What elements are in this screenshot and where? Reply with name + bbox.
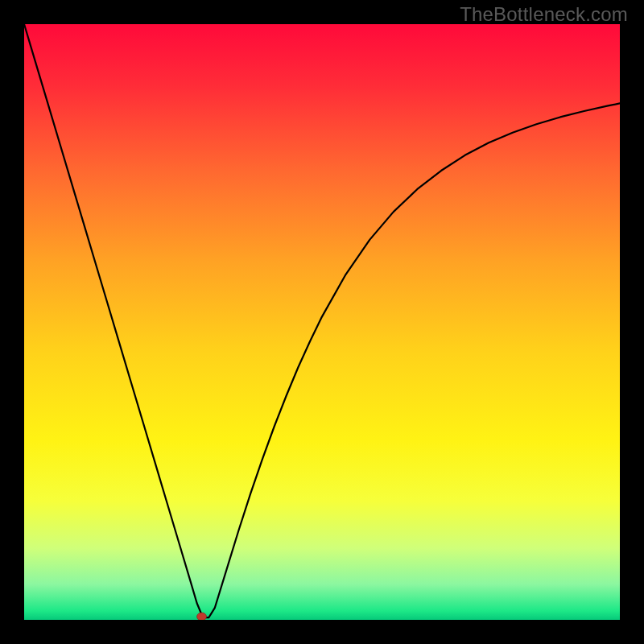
watermark-text: TheBottleneck.com — [460, 3, 628, 26]
chart-frame: TheBottleneck.com — [0, 0, 644, 644]
bottleneck-chart — [24, 24, 620, 620]
marker-dot — [197, 613, 207, 620]
